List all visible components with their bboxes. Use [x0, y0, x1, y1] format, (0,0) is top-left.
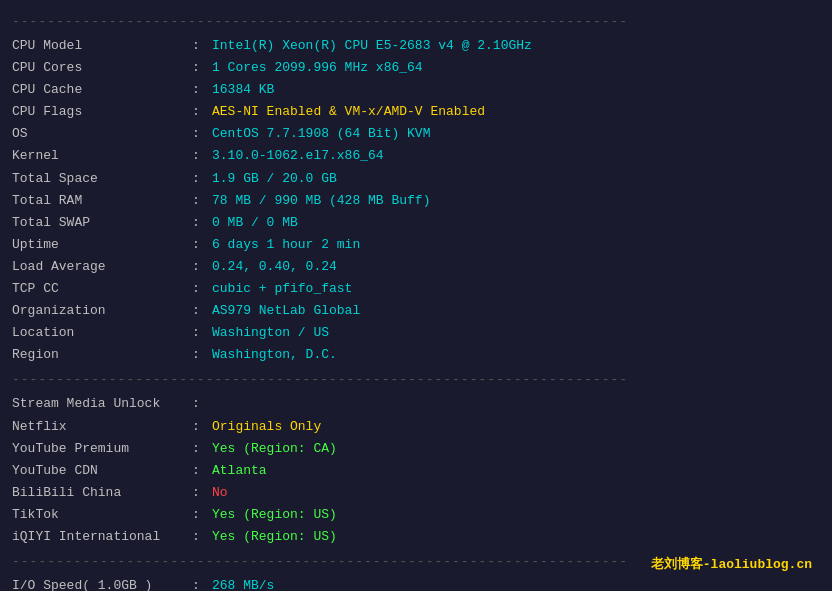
- row-value: Yes (Region: CA): [212, 438, 337, 460]
- row-colon: :: [192, 482, 212, 504]
- table-row: Kernel: 3.10.0-1062.el7.x86_64: [12, 145, 820, 167]
- table-row: I/O Speed( 1.0GB ): 268 MB/s: [12, 575, 820, 591]
- row-colon: :: [192, 145, 212, 167]
- table-row: Total SWAP: 0 MB / 0 MB: [12, 212, 820, 234]
- table-row: CPU Cores: 1 Cores 2099.996 MHz x86_64: [12, 57, 820, 79]
- table-row: BiliBili China: No: [12, 482, 820, 504]
- row-label: CPU Model: [12, 35, 192, 57]
- row-label: Total SWAP: [12, 212, 192, 234]
- table-row: Total RAM: 78 MB / 990 MB (428 MB Buff): [12, 190, 820, 212]
- row-value: CentOS 7.7.1908 (64 Bit) KVM: [212, 123, 430, 145]
- table-row: Load Average: 0.24, 0.40, 0.24: [12, 256, 820, 278]
- table-row: Location: Washington / US: [12, 322, 820, 344]
- terminal-output: ----------------------------------------…: [12, 14, 820, 591]
- row-colon: :: [192, 393, 212, 415]
- row-colon: :: [192, 190, 212, 212]
- row-label: Netflix: [12, 416, 192, 438]
- top-divider: ----------------------------------------…: [12, 14, 820, 29]
- row-colon: :: [192, 300, 212, 322]
- row-colon: :: [192, 79, 212, 101]
- system-section: ----------------------------------------…: [12, 14, 820, 366]
- row-value: Washington, D.C.: [212, 344, 337, 366]
- row-colon: :: [192, 460, 212, 482]
- row-label: TikTok: [12, 504, 192, 526]
- table-row: CPU Cache: 16384 KB: [12, 79, 820, 101]
- row-value: 3.10.0-1062.el7.x86_64: [212, 145, 384, 167]
- row-value: 16384 KB: [212, 79, 274, 101]
- table-row: Stream Media Unlock:: [12, 393, 820, 415]
- row-label: OS: [12, 123, 192, 145]
- row-colon: :: [192, 57, 212, 79]
- watermark: 老刘博客-laoliublog.cn: [651, 555, 812, 573]
- row-colon: :: [192, 101, 212, 123]
- row-label: Total Space: [12, 168, 192, 190]
- table-row: OS: CentOS 7.7.1908 (64 Bit) KVM: [12, 123, 820, 145]
- table-row: YouTube CDN: Atlanta: [12, 460, 820, 482]
- row-colon: :: [192, 278, 212, 300]
- row-colon: :: [192, 575, 212, 591]
- row-value: 78 MB / 990 MB (428 MB Buff): [212, 190, 430, 212]
- row-label: CPU Cores: [12, 57, 192, 79]
- row-value: AES-NI Enabled & VM-x/AMD-V Enabled: [212, 101, 485, 123]
- row-label: Uptime: [12, 234, 192, 256]
- row-label: Region: [12, 344, 192, 366]
- table-row: Total Space: 1.9 GB / 20.0 GB: [12, 168, 820, 190]
- row-value: Atlanta: [212, 460, 267, 482]
- row-label: Load Average: [12, 256, 192, 278]
- row-value: 6 days 1 hour 2 min: [212, 234, 360, 256]
- table-row: iQIYI International: Yes (Region: US): [12, 526, 820, 548]
- row-label: Kernel: [12, 145, 192, 167]
- row-colon: :: [192, 438, 212, 460]
- row-value: Yes (Region: US): [212, 504, 337, 526]
- row-colon: :: [192, 526, 212, 548]
- row-label: Stream Media Unlock: [12, 393, 192, 415]
- row-label: Organization: [12, 300, 192, 322]
- row-colon: :: [192, 212, 212, 234]
- row-value: Washington / US: [212, 322, 329, 344]
- table-row: CPU Flags: AES-NI Enabled & VM-x/AMD-V E…: [12, 101, 820, 123]
- row-colon: :: [192, 416, 212, 438]
- row-label: Location: [12, 322, 192, 344]
- row-colon: :: [192, 123, 212, 145]
- table-row: Organization: AS979 NetLab Global: [12, 300, 820, 322]
- row-value: 0.24, 0.40, 0.24: [212, 256, 337, 278]
- row-label: CPU Flags: [12, 101, 192, 123]
- row-label: YouTube CDN: [12, 460, 192, 482]
- row-label: BiliBili China: [12, 482, 192, 504]
- row-value: 1.9 GB / 20.0 GB: [212, 168, 337, 190]
- table-row: TikTok: Yes (Region: US): [12, 504, 820, 526]
- row-label: I/O Speed( 1.0GB ): [12, 575, 192, 591]
- row-value: AS979 NetLab Global: [212, 300, 360, 322]
- row-value: Intel(R) Xeon(R) CPU E5-2683 v4 @ 2.10GH…: [212, 35, 532, 57]
- row-colon: :: [192, 168, 212, 190]
- table-row: CPU Model: Intel(R) Xeon(R) CPU E5-2683 …: [12, 35, 820, 57]
- row-value: Yes (Region: US): [212, 526, 337, 548]
- row-value: 0 MB / 0 MB: [212, 212, 298, 234]
- row-label: Total RAM: [12, 190, 192, 212]
- row-colon: :: [192, 35, 212, 57]
- row-colon: :: [192, 256, 212, 278]
- row-value: 268 MB/s: [212, 575, 274, 591]
- row-label: TCP CC: [12, 278, 192, 300]
- table-row: YouTube Premium: Yes (Region: CA): [12, 438, 820, 460]
- row-value: cubic + pfifo_fast: [212, 278, 352, 300]
- row-colon: :: [192, 504, 212, 526]
- media-divider: ----------------------------------------…: [12, 372, 820, 387]
- table-row: Region: Washington, D.C.: [12, 344, 820, 366]
- row-value: No: [212, 482, 228, 504]
- row-colon: :: [192, 234, 212, 256]
- row-label: iQIYI International: [12, 526, 192, 548]
- row-label: CPU Cache: [12, 79, 192, 101]
- table-row: Netflix: Originals Only: [12, 416, 820, 438]
- row-value: 1 Cores 2099.996 MHz x86_64: [212, 57, 423, 79]
- table-row: Uptime: 6 days 1 hour 2 min: [12, 234, 820, 256]
- table-row: TCP CC: cubic + pfifo_fast: [12, 278, 820, 300]
- row-colon: :: [192, 344, 212, 366]
- row-label: YouTube Premium: [12, 438, 192, 460]
- media-section: ----------------------------------------…: [12, 372, 820, 548]
- row-value: Originals Only: [212, 416, 321, 438]
- row-colon: :: [192, 322, 212, 344]
